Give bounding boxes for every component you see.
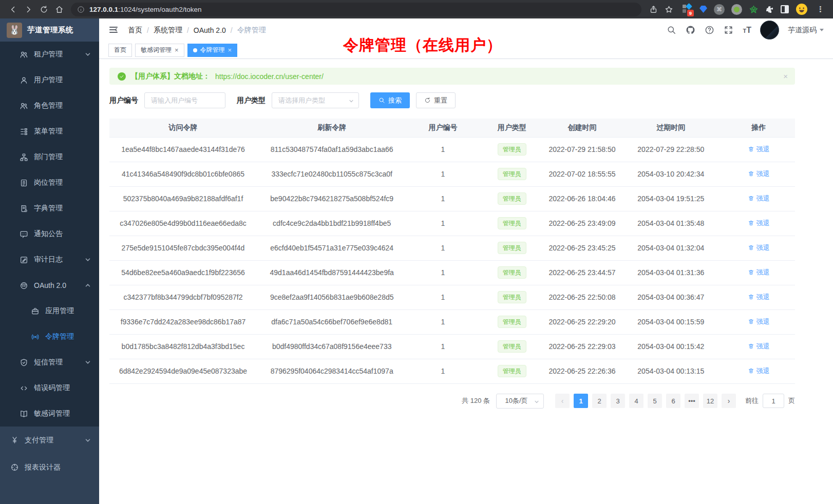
- user-id-input[interactable]: [144, 92, 225, 108]
- col-created: 创建时间: [545, 119, 620, 137]
- actions-cell: 强退: [722, 334, 795, 359]
- actions-cell: 强退: [722, 162, 795, 186]
- force-logout-button[interactable]: 强退: [748, 219, 770, 228]
- user-id-cell: 1: [407, 334, 479, 359]
- next-page-button[interactable]: ›: [722, 394, 736, 408]
- sidebar-item-dict[interactable]: 字典管理: [0, 196, 99, 221]
- prev-page-button[interactable]: ‹: [555, 394, 570, 408]
- created-cell: 2022-06-26 18:04:46: [545, 186, 620, 211]
- page-button-2[interactable]: 2: [592, 394, 607, 408]
- sidebar-item-oauth2-app[interactable]: 应用管理: [0, 298, 99, 324]
- sidebar-item-notice[interactable]: 通知公告: [0, 221, 99, 247]
- tab-sensitive-word[interactable]: 敏感词管理 ×: [135, 44, 184, 57]
- refresh-token-cell: cdfc4ce9c2da4bb1bdf21b9918ff4be5: [257, 211, 407, 236]
- extensions-puzzle-icon[interactable]: [765, 5, 774, 14]
- extension-grid-icon[interactable]: 9: [681, 4, 693, 15]
- sidebar-item-label: 用户管理: [34, 75, 63, 85]
- sidebar-item-oauth2[interactable]: OAuth 2.0: [0, 273, 99, 298]
- more-pages-button[interactable]: •••: [685, 394, 699, 408]
- sidebar-item-pay[interactable]: 支付管理: [0, 427, 99, 454]
- forward-icon[interactable]: [22, 3, 35, 16]
- page-content: 【用户体系】文档地址： https://doc.iocoder.cn/user-…: [99, 59, 833, 409]
- sidebar-item-tenant[interactable]: 租户管理: [0, 42, 99, 67]
- page-size-select[interactable]: 10条/页: [496, 394, 544, 409]
- fullscreen-icon[interactable]: [724, 25, 734, 35]
- user-avatar[interactable]: [760, 21, 779, 40]
- tab-home[interactable]: 首页: [108, 44, 132, 57]
- sidebar-item-sensitive-word[interactable]: 敏感词管理: [0, 401, 99, 427]
- sidebar-item-post[interactable]: 岗位管理: [0, 170, 99, 196]
- alert-close-icon[interactable]: ×: [783, 72, 788, 81]
- message-icon: [20, 230, 28, 239]
- close-icon[interactable]: ×: [175, 47, 179, 53]
- page-button-1[interactable]: 1: [574, 394, 588, 408]
- access-token-cell: 41c41346a548490f9dc8b01c6bfe0865: [109, 162, 257, 186]
- bookmark-star-icon[interactable]: [662, 3, 675, 16]
- page-button-3[interactable]: 3: [611, 394, 625, 408]
- share-icon[interactable]: [647, 3, 660, 16]
- sidebar-item-report-designer[interactable]: 报表设计器: [0, 454, 99, 481]
- people-icon: [20, 50, 28, 59]
- split-screen-icon[interactable]: [781, 5, 789, 13]
- expires-cell: 2054-03-04 19:51:25: [619, 186, 722, 211]
- user-menu[interactable]: 芋道源码: [788, 26, 824, 35]
- breadcrumb-oauth[interactable]: OAuth 2.0: [194, 26, 226, 34]
- user-id-cell: 1: [407, 359, 479, 383]
- help-icon[interactable]: [705, 25, 715, 35]
- force-logout-button[interactable]: 强退: [748, 342, 770, 351]
- search-icon[interactable]: [667, 25, 677, 35]
- search-button[interactable]: 搜索: [370, 92, 410, 108]
- user-type-cell: 管理员: [479, 162, 545, 186]
- chevron-down-icon: [85, 257, 91, 263]
- access-token-cell: 6d842e2924594de9a09e45e087323abe: [109, 359, 257, 383]
- app-logo-bar[interactable]: 🐰 芋道管理系统: [0, 18, 99, 42]
- force-logout-button[interactable]: 强退: [748, 243, 770, 253]
- doc-link[interactable]: https://doc.iocoder.cn/user-center/: [215, 72, 324, 81]
- page-button-5[interactable]: 5: [648, 394, 662, 408]
- command-extension-icon[interactable]: ⌘: [714, 4, 725, 15]
- profile-avatar-icon[interactable]: [796, 3, 808, 15]
- back-icon[interactable]: [6, 3, 20, 16]
- force-logout-button[interactable]: 强退: [748, 194, 770, 203]
- sidebar-item-menu[interactable]: 菜单管理: [0, 119, 99, 144]
- page-button-4[interactable]: 4: [629, 394, 643, 408]
- sidebar-item-sms[interactable]: 短信管理: [0, 350, 99, 375]
- sidebar-item-user[interactable]: 用户管理: [0, 67, 99, 93]
- gem-extension-icon[interactable]: [699, 6, 707, 13]
- url-bar[interactable]: 127.0.0.1:1024/system/oauth2/token: [71, 3, 641, 16]
- user-type-select[interactable]: 请选择用户类型: [272, 92, 359, 108]
- star-extension-icon[interactable]: [749, 5, 759, 14]
- access-token-cell: 502375b8040a469a9b82188afdf6af1f: [109, 186, 257, 211]
- force-logout-button[interactable]: 强退: [748, 169, 770, 179]
- actions-cell: 强退: [722, 137, 795, 162]
- home-icon[interactable]: [52, 3, 66, 16]
- page-button-12[interactable]: 12: [703, 394, 717, 408]
- force-logout-button[interactable]: 强退: [748, 317, 770, 326]
- site-info-icon[interactable]: [77, 6, 85, 13]
- sidebar-item-role[interactable]: 角色管理: [0, 93, 99, 119]
- reset-button[interactable]: 重置: [416, 92, 456, 108]
- sidebar-item-audit-log[interactable]: 审计日志: [0, 247, 99, 273]
- tab-token[interactable]: 令牌管理 ×: [187, 44, 238, 57]
- force-logout-button[interactable]: 强退: [748, 268, 770, 277]
- reload-icon[interactable]: [37, 3, 50, 16]
- force-logout-button[interactable]: 强退: [748, 145, 770, 154]
- page-button-6[interactable]: 6: [666, 394, 680, 408]
- goto-page-input[interactable]: [763, 394, 784, 408]
- sidebar-item-label: 审计日志: [34, 255, 63, 264]
- sidebar-collapse-icon[interactable]: [108, 25, 120, 36]
- force-logout-button[interactable]: 强退: [748, 293, 770, 302]
- table-row: f9336e7c7dd242a283ee98dc86b17a87dfa6c71a…: [109, 309, 795, 334]
- breadcrumb-system[interactable]: 系统管理: [154, 26, 182, 35]
- font-size-icon[interactable]: TT: [743, 26, 751, 34]
- sidebar-item-dept[interactable]: 部门管理: [0, 144, 99, 170]
- force-logout-button[interactable]: 强退: [748, 366, 770, 376]
- github-icon[interactable]: [686, 25, 696, 35]
- browser-menu-icon[interactable]: ⋮: [815, 5, 827, 14]
- breadcrumb-home[interactable]: 首页: [128, 26, 142, 35]
- recorder-extension-icon[interactable]: [731, 4, 742, 15]
- close-icon[interactable]: ×: [228, 47, 232, 53]
- sidebar-item-oauth2-token[interactable]: 令牌管理: [0, 324, 99, 350]
- user-id-cell: 1: [407, 285, 479, 309]
- sidebar-item-error-code[interactable]: 错误码管理: [0, 375, 99, 401]
